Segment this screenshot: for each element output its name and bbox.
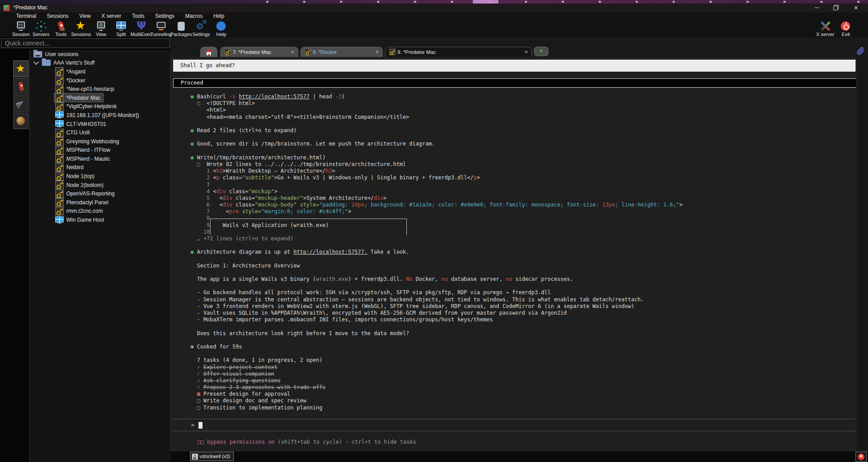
text-segment: div [223, 202, 232, 208]
quick-connect-input[interactable]: Quick connect... [1, 38, 170, 48]
tree-item[interactable]: Win Game Host [30, 215, 170, 224]
terminal-line: ● Good, screen dir is /tmp/brainstorm. L… [191, 141, 856, 147]
terminal-line [191, 283, 856, 289]
tab-home[interactable] [200, 47, 217, 57]
plane-icon [16, 98, 26, 109]
text-segment: Section 1: Architecture Overview [191, 263, 300, 269]
minimize-button[interactable] [809, 4, 824, 12]
ssh-key-icon [55, 102, 64, 111]
tree-item[interactable]: *VigilCyber-Helpdesk [30, 102, 170, 111]
session-status-tab[interactable]: vstockwell (x3) [190, 452, 234, 461]
terminal-line [191, 256, 856, 263]
paperclip-icon[interactable] [856, 46, 865, 56]
tree-item[interactable]: MSPNerd - Mautic [30, 154, 170, 163]
rail-tab-star[interactable] [13, 61, 28, 77]
tree-item[interactable]: 192.168.1.107 ([UPS-Monitor]) [30, 111, 170, 120]
terminal-scrollbar-gutter[interactable] [856, 57, 868, 451]
text-segment: database server, [448, 276, 506, 282]
tree-item[interactable]: Greyming Webhosting [30, 137, 170, 146]
new-tab-button[interactable]: + [534, 47, 548, 56]
tree-item[interactable]: rmm.t2cnc.com [30, 207, 170, 216]
tree-item[interactable]: OpenVAS-Reporting [30, 190, 170, 199]
tree-item[interactable]: Node 2(bottom) [30, 181, 170, 190]
tree-folder-wrap: AAA Vantz's Stuff [41, 59, 97, 67]
rail-tab-globe[interactable] [13, 113, 28, 129]
menu-item-sessions[interactable]: Sessions [47, 13, 69, 19]
menu-item-tools[interactable]: Tools [132, 13, 145, 19]
key-icon [389, 49, 395, 55]
tree-item[interactable]: MSPNerd - ITFlow [30, 146, 170, 155]
tree-item-wrap: Win Game Host [54, 215, 107, 224]
text-segment: "mockup" [248, 188, 274, 195]
ssh-key-icon [55, 207, 64, 215]
toolbar-button-help[interactable]: Help [208, 20, 234, 37]
menu-item-help[interactable]: Help [213, 13, 224, 19]
text-segment: ✓ [191, 364, 203, 370]
text-segment: >Wraith Desktop — Architecture</ [223, 168, 325, 174]
close-button[interactable] [848, 4, 864, 12]
maximize-button[interactable] [828, 4, 843, 12]
tree-item-wrap: CTG Unifi [54, 128, 93, 137]
tab-close-icon[interactable]: × [375, 47, 379, 57]
terminal-line: □ Transition to implementation planning [191, 405, 856, 411]
packages-icon [175, 20, 187, 32]
text-segment: 1 [191, 168, 213, 174]
terminal-pane[interactable]: Shall I go ahead? Proceed ● Bash(curl -s… [170, 57, 868, 451]
status-close-button[interactable] [856, 452, 867, 462]
tree-item[interactable]: *Predator Mac [30, 93, 170, 102]
tree-item[interactable]: CTG Unifi [30, 128, 170, 137]
tree-item-label: MSPNerd - Mautic [66, 156, 110, 162]
toolbar-button-exit[interactable]: Exit [833, 20, 859, 37]
text-segment: Write design doc and spec review [203, 397, 306, 404]
tab-close-icon[interactable]: × [291, 47, 294, 57]
prompt-input-area[interactable]: > □□ bypass permissions on (shift+tab to… [173, 419, 866, 445]
prompt-row[interactable]: > [173, 419, 866, 431]
tree-item[interactable]: *Docker [30, 76, 170, 85]
text-segment: - Vue 3 frontend renders in WebView2 wit… [191, 303, 634, 309]
settings-icon [195, 20, 207, 32]
menu-item-macros[interactable]: Macros [185, 13, 203, 19]
tab-close-icon[interactable]: × [524, 47, 528, 57]
tree-item[interactable]: *Asgard [30, 67, 170, 76]
terminal-line: ✓ Offer visual companion [191, 371, 856, 377]
text-segment: □ [191, 161, 207, 167]
text-segment: Does this architecture look right before… [191, 330, 409, 336]
terminal-line [191, 134, 856, 141]
text-segment [239, 208, 242, 215]
terminal-line [191, 148, 856, 154]
tree-root-user-sessions[interactable]: User sessions [30, 50, 170, 59]
text-segment: > [679, 202, 682, 208]
tab-bar: + 7. *Predator Mac×8. *Docker×9. *Predat… [170, 37, 868, 57]
text-segment: Good, screen dir is /tmp/brainstorm. Let… [194, 141, 435, 147]
menu-item-settings[interactable]: Settings [155, 13, 174, 19]
key-icon [304, 49, 311, 55]
text-segment: Present design for approval [203, 391, 290, 397]
rail-tab-plane[interactable] [13, 95, 28, 112]
rdp-monitor-icon [55, 216, 64, 224]
ssh-key-icon [55, 85, 64, 93]
tree-item[interactable]: Node 1(top) [30, 172, 170, 181]
text-segment: style= [300, 202, 319, 208]
sidebar: User sessionsAAA Vantz's Stuff*Asgard*Do… [0, 48, 171, 462]
tree-item-wrap: MSPNerd - ITFlow [54, 146, 113, 154]
tree-item[interactable]: *New-cp01-heistacp [30, 85, 170, 93]
rail-tab-knife[interactable] [13, 78, 28, 94]
text-segment: ; background: #1a1a2e; color: #e0e0e0; f… [364, 202, 602, 208]
tree-item-wrap: *Docker [54, 76, 88, 85]
tab-7-predator-mac[interactable]: 7. *Predator Mac× [220, 47, 298, 57]
icon-detail [19, 24, 20, 25]
text-segment: no [442, 276, 448, 282]
menu-item-x-server[interactable]: X server [101, 13, 122, 19]
tab-8-docker[interactable]: 8. *Docker× [300, 47, 383, 57]
tree-item[interactable]: CLT-VMHOST01 [30, 120, 170, 129]
menu-item-terminal[interactable]: Terminal [16, 13, 36, 19]
terminal-line: □ Wrote 82 lines to ../../../../tmp/brai… [191, 161, 856, 168]
proceed-option[interactable]: Proceed [173, 78, 866, 88]
tree-folder[interactable]: AAA Vantz's Stuff [30, 59, 170, 68]
tree-item[interactable]: Netbird [30, 163, 170, 172]
tree-folder-label: AAA Vantz's Stuff [53, 60, 95, 66]
tree-item-label: *Predator Mac [66, 95, 101, 101]
tab-9-predator-mac[interactable]: 9. *Predator Mac× [385, 47, 532, 57]
tree-item[interactable]: Pterodactyl Panel [30, 198, 170, 207]
menu-item-view[interactable]: View [79, 13, 91, 19]
